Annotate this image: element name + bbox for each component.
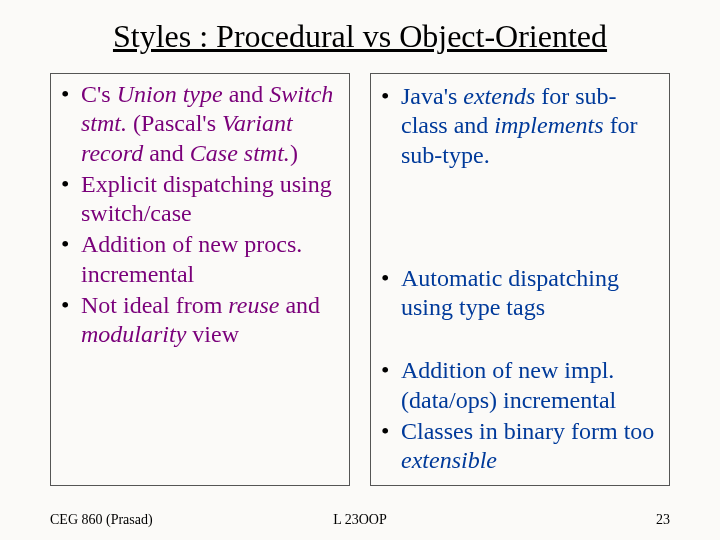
columns: C's Union type and Switch stmt. (Pascal'…: [50, 73, 670, 486]
right-bullet-3: Addition of new impl. (data/ops) increme…: [381, 356, 659, 415]
slide-title: Styles : Procedural vs Object-Oriented: [50, 18, 670, 55]
right-column: Java's extends for sub-class and impleme…: [370, 73, 670, 486]
left-bullet-1: C's Union type and Switch stmt. (Pascal'…: [61, 80, 339, 168]
left-bullet-2: Explicit dispatching using switch/case: [61, 170, 339, 229]
footer-center: L 23OOP: [50, 512, 670, 528]
right-bullet-4: Classes in binary form too extensible: [381, 417, 659, 476]
right-list: Java's extends for sub-class and impleme…: [381, 80, 659, 475]
left-list: C's Union type and Switch stmt. (Pascal'…: [61, 80, 339, 349]
left-column: C's Union type and Switch stmt. (Pascal'…: [50, 73, 350, 486]
right-bullet-1: Java's extends for sub-class and impleme…: [381, 82, 659, 170]
left-bullet-3: Addition of new procs. incremental: [61, 230, 339, 289]
footer: CEG 860 (Prasad) L 23OOP 23: [50, 512, 670, 528]
slide: Styles : Procedural vs Object-Oriented C…: [0, 0, 720, 540]
right-bullet-2: Automatic dispatching using type tags: [381, 264, 659, 323]
left-bullet-4: Not ideal from reuse and modularity view: [61, 291, 339, 350]
